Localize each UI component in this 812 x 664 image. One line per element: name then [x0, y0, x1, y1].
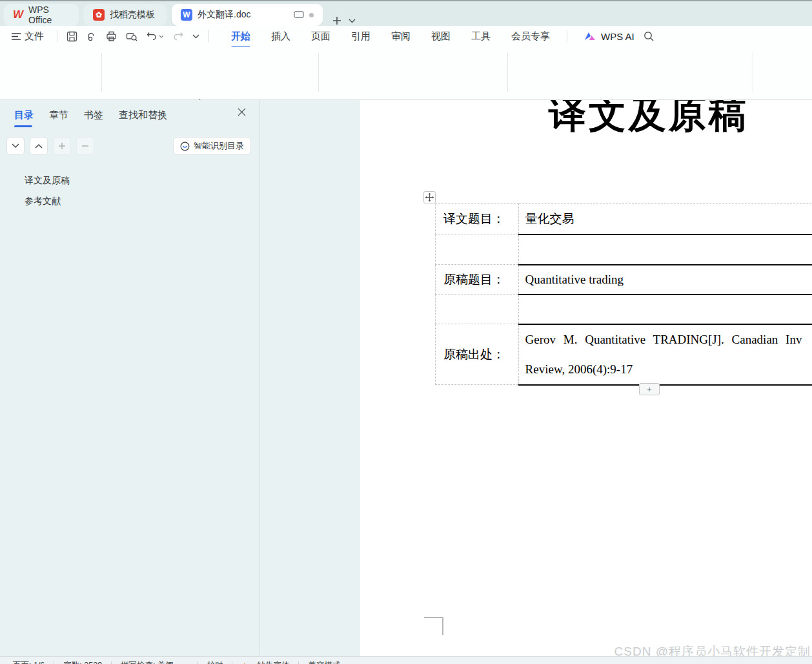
document-page[interactable]: 译文及原稿 译文题目： 量化交易 原稿题目： Quantitative trad…: [360, 100, 812, 656]
table-add-row-button[interactable]: +: [639, 383, 660, 395]
sidebar-tabs: 目录 章节 书签 查找和替换: [0, 100, 259, 128]
new-tab-button[interactable]: [332, 16, 342, 26]
table-move-handle[interactable]: [423, 191, 436, 203]
menu-review[interactable]: 审阅: [390, 27, 412, 46]
main-area: 目录 章节 书签 查找和替换: [0, 100, 812, 656]
menu-items: 开始 插入 页面 引用 审阅 视图 工具 会员专享: [230, 27, 551, 46]
status-bar: 页面: 1/6 字数: 3529 拼写检查: 关闭 ⌄ 校对 缺失字体 兼容模式: [0, 656, 812, 664]
status-spellcheck[interactable]: 拼写检查: 关闭: [121, 660, 174, 664]
tab-dot-icon: [309, 13, 314, 17]
menu-member[interactable]: 会员专享: [510, 27, 551, 46]
status-missing-font[interactable]: 缺失字体: [257, 660, 289, 664]
citation-line-1: Gerov M. Quantitative TRADING[J]. Canadi…: [525, 325, 812, 355]
table-cell-label[interactable]: [436, 295, 519, 324]
sidebar-close-icon[interactable]: [238, 108, 246, 116]
table-row: 原稿题目： Quantitative trading: [436, 265, 812, 295]
undo-button[interactable]: [147, 32, 164, 41]
more-commands-chevron-icon[interactable]: [192, 34, 199, 39]
translation-cover-table[interactable]: 译文题目： 量化交易 原稿题目： Quantitative trading 原稿…: [435, 203, 812, 386]
document-title: 译文及原稿: [360, 100, 812, 140]
tab-wps-office[interactable]: W WPS Office: [4, 4, 79, 26]
outline-item-1[interactable]: 译文及原稿: [25, 171, 259, 191]
table-cell-value[interactable]: Quantitative trading: [518, 265, 812, 295]
status-word-count[interactable]: 字数: 3529: [63, 660, 102, 664]
outline-minus-button[interactable]: [76, 137, 94, 155]
smart-toc-icon: [180, 141, 190, 151]
menu-view[interactable]: 视图: [430, 27, 452, 46]
quick-access-toolbar: [64, 31, 202, 42]
window-tab-bar: W WPS Office ✿ 找稻壳模板 W 外文翻译.doc: [0, 0, 812, 26]
table-cell-value[interactable]: Gerov M. Quantitative TRADING[J]. Canadi…: [518, 324, 812, 385]
sidebar-tab-find-replace[interactable]: 查找和替换: [119, 109, 167, 121]
outline-collapse-up-button[interactable]: [30, 137, 48, 155]
table-row: [436, 234, 812, 265]
wps-ai-icon: [584, 32, 596, 41]
menu-reference[interactable]: 引用: [350, 27, 372, 46]
docer-icon: ✿: [93, 9, 105, 21]
sidebar-toolbar: 智能识别目录: [0, 128, 259, 155]
table-row: 译文题目： 量化交易: [436, 204, 812, 234]
tab-document-active[interactable]: W 外文翻译.doc: [172, 4, 323, 26]
tab-wps-office-label: WPS Office: [28, 5, 70, 25]
menu-home[interactable]: 开始: [230, 27, 252, 46]
table-row: 原稿出处： Gerov M. Quantitative TRADING[J]. …: [436, 324, 812, 385]
page-margin-corner-mark: [424, 617, 443, 618]
table-cell-label[interactable]: 原稿出处：: [436, 324, 519, 385]
ribbon: 格式刷 粘贴 ⌄ 黑体⌄ 小四⌄ A＋ A－ wén 文⌄ B I U ⌄ A …: [0, 47, 812, 100]
monitor-icon[interactable]: [294, 10, 304, 19]
file-menu-label: 文件: [25, 30, 44, 43]
save-button[interactable]: [66, 31, 77, 42]
outline-item-2[interactable]: 参考文献: [25, 191, 259, 212]
smart-toc-button[interactable]: 智能识别目录: [173, 137, 251, 155]
sidebar-tab-toc[interactable]: 目录: [14, 109, 34, 121]
outline-expand-down-button[interactable]: [6, 137, 25, 155]
redo-button[interactable]: [173, 32, 183, 41]
table-cell-value[interactable]: 量化交易: [518, 204, 812, 234]
page-margin-corner-mark: [442, 617, 443, 635]
table-cell-label[interactable]: 原稿题目：: [436, 265, 519, 295]
spellcheck-chevron-icon[interactable]: ⌄: [183, 662, 188, 664]
wps-ai-button[interactable]: WPS AI: [584, 31, 634, 42]
citation-line-2: Review, 2006(4):9-17: [525, 355, 812, 384]
menu-bar: 文件 开始 插入 页面 引用 审阅 视图 工具: [0, 26, 812, 47]
menu-page[interactable]: 页面: [310, 27, 332, 46]
table-cell-value[interactable]: [518, 234, 812, 265]
table-cell-label[interactable]: 译文题目：: [436, 204, 519, 234]
status-page-number[interactable]: 页面: 1/6: [13, 660, 45, 664]
file-menu-button[interactable]: 文件: [0, 30, 50, 43]
print-preview-button[interactable]: [126, 31, 137, 41]
wps-ai-label: WPS AI: [601, 31, 634, 42]
export-pdf-button[interactable]: [86, 31, 97, 42]
status-proofread[interactable]: 校对: [207, 660, 223, 664]
navigation-sidebar: 目录 章节 书签 查找和替换: [0, 100, 259, 656]
writer-doc-icon: W: [181, 9, 192, 21]
sidebar-tab-bookmark[interactable]: 书签: [84, 109, 103, 121]
table-row: [436, 295, 812, 324]
status-compat-mode[interactable]: 兼容模式: [308, 660, 340, 664]
wps-logo-icon: W: [13, 8, 23, 21]
table-cell-label[interactable]: [436, 234, 519, 265]
menu-insert[interactable]: 插入: [270, 27, 292, 46]
table-cell-value[interactable]: [518, 295, 812, 324]
outline-list: 译文及原稿 参考文献: [0, 155, 259, 212]
outline-plus-button[interactable]: [53, 137, 71, 155]
menu-tools[interactable]: 工具: [470, 27, 492, 46]
hamburger-icon: [12, 33, 21, 40]
search-icon[interactable]: [644, 31, 655, 42]
tab-docer-label: 找稻壳模板: [110, 9, 155, 21]
tab-list-chevron-icon[interactable]: [349, 19, 356, 23]
tab-document-label: 外文翻译.doc: [198, 9, 250, 21]
sidebar-tab-chapter[interactable]: 章节: [49, 109, 68, 121]
print-button[interactable]: [106, 31, 117, 41]
tab-docer-templates[interactable]: ✿ 找稻壳模板: [84, 4, 167, 26]
